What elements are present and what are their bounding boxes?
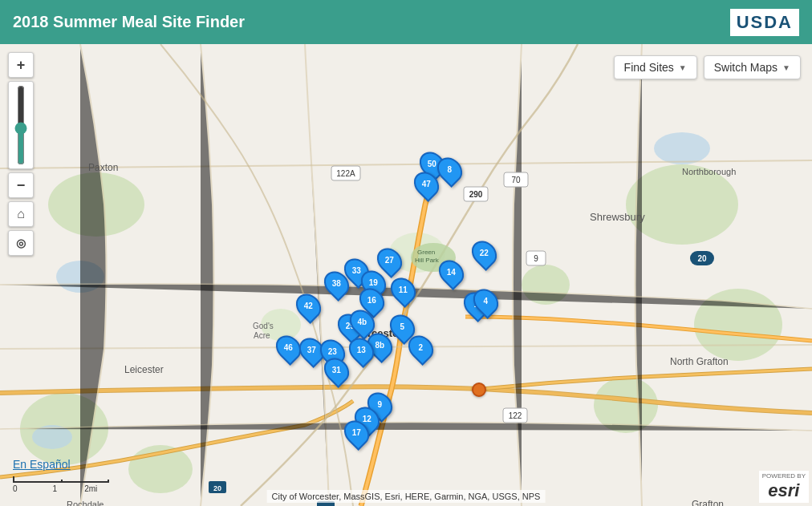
svg-text:Northborough: Northborough [682, 167, 736, 176]
zoom-slider[interactable] [13, 85, 29, 165]
map-marker-47[interactable]: 47 [422, 171, 445, 198]
find-sites-arrow-icon: ▼ [679, 63, 687, 72]
map-marker-2[interactable]: 2 [416, 334, 439, 362]
usda-logo: USDA [730, 9, 799, 36]
map-marker-11[interactable]: 11 [399, 277, 421, 304]
svg-text:122: 122 [509, 411, 522, 420]
find-sites-label: Find Sites [624, 61, 674, 74]
home-button[interactable]: ⌂ [8, 201, 34, 227]
user-location-marker [472, 383, 486, 397]
svg-text:Rochdale: Rochdale [67, 500, 104, 506]
svg-text:Acre: Acre [254, 331, 270, 340]
map-marker-13[interactable]: 13 [357, 337, 380, 364]
svg-rect-0 [0, 44, 812, 506]
map-marker-22[interactable]: 22 [480, 240, 502, 267]
svg-text:Hill Park: Hill Park [415, 257, 440, 264]
top-right-controls: Find Sites ▼ Switch Maps ▼ [614, 55, 801, 79]
svg-text:Green: Green [417, 249, 435, 256]
map-marker-38[interactable]: 38 [332, 270, 355, 298]
map-marker-8[interactable]: 8 [445, 156, 468, 184]
map-marker-31[interactable]: 31 [332, 357, 355, 384]
esri-logo: POWERED BY esri [759, 471, 809, 503]
find-sites-button[interactable]: Find Sites ▼ [614, 55, 697, 79]
svg-text:20: 20 [213, 484, 221, 492]
svg-text:God's: God's [253, 322, 274, 330]
svg-text:Leicester: Leicester [124, 364, 164, 375]
switch-maps-arrow-icon: ▼ [782, 63, 790, 72]
map-marker-42[interactable]: 42 [304, 293, 327, 320]
svg-text:9: 9 [534, 254, 538, 263]
bottom-left-controls: En Español 0 1 2mi [13, 457, 109, 493]
usda-logo-text: USDA [737, 12, 793, 33]
switch-maps-label: Switch Maps [714, 61, 777, 74]
map-marker-14[interactable]: 14 [447, 259, 469, 286]
map-marker-17[interactable]: 17 [352, 419, 375, 447]
map-background: 290 9 122A 70 20 122 Paxton Leicester Go… [0, 44, 812, 506]
powered-by-text: POWERED BY [762, 472, 806, 480]
zoom-in-button[interactable]: + [8, 52, 34, 78]
scale-bar: 0 1 2mi [13, 476, 109, 493]
svg-text:122A: 122A [336, 169, 355, 178]
svg-point-4 [626, 164, 738, 245]
map-marker-4[interactable]: 4 [481, 288, 504, 315]
zoom-out-button[interactable]: − [8, 172, 34, 198]
scale-1: 1 [53, 484, 58, 493]
svg-text:Shrewsbury: Shrewsbury [590, 211, 645, 223]
scale-2mi: 2mi [84, 484, 97, 493]
map-container[interactable]: 290 9 122A 70 20 122 Paxton Leicester Go… [0, 44, 812, 506]
app-header: 2018 Summer Meal Site Finder USDA [0, 0, 812, 44]
language-link[interactable]: En Español [13, 458, 71, 471]
zoom-slider-container [8, 81, 34, 169]
svg-text:20: 20 [697, 254, 707, 263]
switch-maps-button[interactable]: Switch Maps ▼ [704, 55, 801, 79]
map-controls: + − ⌂ ◎ [8, 52, 34, 256]
map-attribution: City of Worcester, MassGIS, Esri, HERE, … [267, 490, 546, 503]
app-title: 2018 Summer Meal Site Finder [13, 13, 245, 31]
svg-text:North Grafton: North Grafton [670, 356, 729, 367]
scale-0: 0 [13, 484, 18, 493]
svg-text:70: 70 [511, 176, 521, 184]
locate-button[interactable]: ◎ [8, 230, 34, 256]
esri-text: esri [768, 480, 799, 501]
svg-text:290: 290 [469, 190, 483, 199]
svg-text:Paxton: Paxton [88, 162, 118, 173]
svg-point-12 [654, 132, 710, 164]
svg-text:Grafton: Grafton [692, 499, 724, 506]
